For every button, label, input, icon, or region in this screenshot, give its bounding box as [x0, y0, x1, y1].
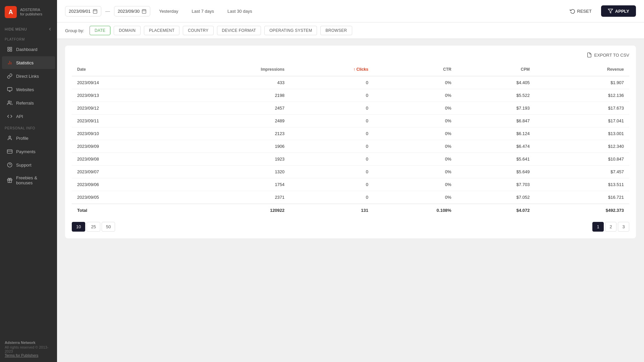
sidebar-item-support[interactable]: Support — [2, 159, 55, 171]
col-clicks[interactable]: ↑ Clicks — [290, 63, 374, 76]
sidebar-item-profile[interactable]: Profile — [2, 132, 55, 144]
groupby-os-button[interactable]: OPERATING SYSTEM — [264, 26, 317, 35]
page-size-controls: 10 25 50 — [72, 222, 115, 232]
table-actions: EXPORT TO CSV — [72, 52, 629, 58]
svg-point-10 — [8, 101, 10, 103]
cell-cpm-1: $5.522 — [457, 89, 535, 102]
cell-revenue-7: $7.457 — [535, 166, 629, 178]
col-date[interactable]: Date — [72, 63, 178, 76]
sidebar-item-payments-label: Payments — [16, 149, 36, 154]
cell-date-8: 2023/09/06 — [72, 178, 178, 191]
sidebar-item-statistics[interactable]: Statistics — [2, 56, 55, 69]
groupby-browser-button[interactable]: BROWSER — [320, 26, 352, 35]
page-nav-controls: 1 2 3 — [592, 222, 629, 232]
cell-impressions-6: 1923 — [178, 153, 290, 166]
user-icon — [7, 135, 13, 141]
grid-icon — [7, 46, 13, 52]
date-to-input[interactable]: 2023/09/30 — [114, 6, 150, 16]
groupby-country-button[interactable]: COUNTRY — [183, 26, 213, 35]
groupby-domain-button[interactable]: DOMAIN — [114, 26, 141, 35]
sidebar-item-direct-links[interactable]: Direct Links — [2, 70, 55, 82]
export-csv-button[interactable]: EXPORT TO CSV — [587, 52, 629, 58]
page-1-button[interactable]: 1 — [592, 222, 604, 232]
cell-clicks-0: 0 — [290, 76, 374, 89]
sidebar-item-websites[interactable]: Websites — [2, 83, 55, 96]
sidebar-item-payments[interactable]: Payments — [2, 145, 55, 158]
sidebar-item-dashboard[interactable]: Dashboard — [2, 43, 55, 56]
page-2-button[interactable]: 2 — [605, 222, 616, 232]
svg-rect-0 — [8, 47, 9, 49]
sidebar-item-referrals[interactable]: Referrals — [2, 97, 55, 109]
cell-date-7: 2023/09/07 — [72, 166, 178, 178]
cell-impressions-1: 2198 — [178, 89, 290, 102]
cell-revenue-6: $10.847 — [535, 153, 629, 166]
cell-ctr-4: 0% — [374, 127, 457, 140]
col-cpm[interactable]: CPM — [457, 63, 535, 76]
page-size-25[interactable]: 25 — [87, 222, 100, 232]
cell-ctr-9: 0% — [374, 191, 457, 204]
sidebar-item-api[interactable]: API — [2, 110, 55, 123]
gift-icon — [7, 177, 13, 183]
page-size-50[interactable]: 50 — [102, 222, 115, 232]
monitor-icon — [7, 86, 13, 93]
yesterday-button[interactable]: Yesterday — [154, 6, 183, 16]
credit-card-icon — [7, 148, 13, 155]
cell-impressions-8: 1754 — [178, 178, 290, 191]
hide-menu-button[interactable]: HIDE MENU — [0, 24, 57, 34]
last-30-days-button[interactable]: Last 30 days — [223, 6, 257, 16]
groupby-date-button[interactable]: DATE — [90, 26, 110, 35]
groupby-device-format-button[interactable]: DEVICE FORMAT — [217, 26, 261, 35]
chart-icon — [7, 60, 13, 66]
total-cpm: $4.072 — [457, 204, 535, 217]
page-3-button[interactable]: 3 — [618, 222, 629, 232]
calendar-to-icon — [142, 9, 147, 14]
apply-label: APPLY — [615, 9, 629, 14]
logo-text: ADSTERRA for publishers — [20, 8, 42, 16]
cell-clicks-1: 0 — [290, 89, 374, 102]
cell-revenue-0: $1.907 — [535, 76, 629, 89]
cell-clicks-3: 0 — [290, 115, 374, 127]
export-label: EXPORT TO CSV — [594, 53, 629, 58]
footer-terms-link[interactable]: Terms for Publishers — [5, 353, 38, 357]
sidebar-item-freebies[interactable]: Freebies & bonuses — [2, 172, 55, 189]
last-7-days-button[interactable]: Last 7 days — [187, 6, 219, 16]
total-impressions: 120922 — [178, 204, 290, 217]
col-impressions[interactable]: Impressions — [178, 63, 290, 76]
sidebar-item-profile-label: Profile — [16, 136, 29, 141]
cell-ctr-6: 0% — [374, 153, 457, 166]
export-icon — [587, 52, 592, 58]
sidebar-item-dashboard-label: Dashboard — [16, 47, 38, 52]
code-icon — [7, 113, 13, 119]
date-from-value: 2023/09/01 — [69, 9, 91, 14]
cell-impressions-3: 2489 — [178, 115, 290, 127]
total-revenue: $492.373 — [535, 204, 629, 217]
svg-rect-18 — [93, 9, 97, 13]
reset-button[interactable]: RESET — [565, 6, 597, 16]
total-label: Total — [72, 204, 178, 217]
col-revenue[interactable]: Revenue — [535, 63, 629, 76]
groupby-placement-button[interactable]: PLACEMENT — [144, 26, 179, 35]
logo-name: ADSTERRA — [20, 8, 42, 12]
table-row: 2023/09/10 2123 0 0% $6.124 $13.001 — [72, 127, 629, 140]
date-from-input[interactable]: 2023/09/01 — [65, 6, 101, 16]
data-table: Date Impressions ↑ Clicks CTR CPM Revenu… — [72, 63, 629, 217]
col-ctr[interactable]: CTR — [374, 63, 457, 76]
sidebar-item-api-label: API — [16, 114, 23, 119]
reset-label: RESET — [577, 9, 592, 14]
sidebar: A ADSTERRA for publishers HIDE MENU PLAT… — [0, 0, 57, 362]
apply-button[interactable]: APPLY — [601, 5, 636, 17]
cell-date-3: 2023/09/11 — [72, 115, 178, 127]
table-row: 2023/09/11 2489 0 0% $6.847 $17.041 — [72, 115, 629, 127]
table-row: 2023/09/13 2198 0 0% $5.522 $12.136 — [72, 89, 629, 102]
svg-rect-1 — [10, 47, 12, 49]
total-clicks: 131 — [290, 204, 374, 217]
sidebar-item-freebies-label: Freebies & bonuses — [16, 175, 50, 185]
sidebar-item-websites-label: Websites — [16, 87, 34, 92]
cell-revenue-2: $17.673 — [535, 102, 629, 115]
cell-clicks-9: 0 — [290, 191, 374, 204]
hide-menu-label: HIDE MENU — [5, 27, 27, 31]
cell-cpm-7: $5.649 — [457, 166, 535, 178]
page-size-10[interactable]: 10 — [72, 222, 85, 232]
users-icon — [7, 100, 13, 106]
cell-date-9: 2023/09/05 — [72, 191, 178, 204]
